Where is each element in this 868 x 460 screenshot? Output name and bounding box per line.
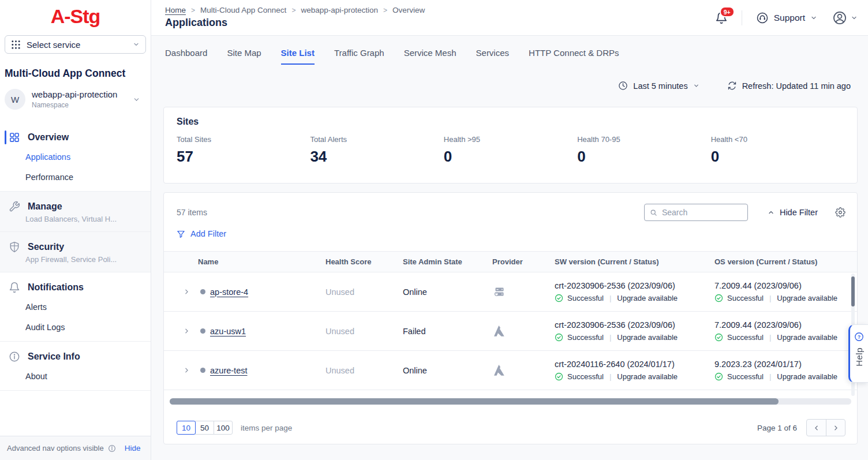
tab-traffic-graph[interactable]: Traffic Graph (334, 48, 384, 65)
hide-advanced-nav-link[interactable]: Hide (125, 444, 141, 452)
column-header-health-score[interactable]: Health Score (326, 257, 403, 266)
sw-version-cell: crt-20230906-2536 (2023/09/06) Successfu… (555, 281, 714, 302)
row-expander[interactable] (164, 288, 198, 296)
tab-http-connect-drps[interactable]: HTTP Connect & DRPs (529, 48, 619, 65)
table-settings-button[interactable] (835, 207, 845, 218)
stat-label: Health <70 (711, 135, 844, 144)
sidebar-item-about[interactable]: About (0, 372, 151, 381)
column-header-site-admin-state[interactable]: Site Admin State (403, 257, 492, 266)
vertical-scrollbar-thumb[interactable] (851, 276, 855, 306)
site-name-link[interactable]: azure-test (210, 366, 247, 375)
funnel-icon (177, 230, 185, 238)
page-nav (806, 419, 845, 436)
site-admin-state-cell: Online (403, 287, 492, 297)
page-size-50[interactable]: 50 (195, 421, 214, 435)
sidebar: A-Stg Select service Multi-Cloud App Con… (0, 0, 151, 460)
next-page-button[interactable] (826, 420, 845, 436)
sw-version-cell: crt-20240116-2640 (2024/01/17) Successfu… (555, 360, 714, 381)
success-check-icon (555, 294, 563, 302)
sidebar-item-audit-logs[interactable]: Audit Logs (0, 323, 151, 332)
clock-icon (618, 81, 628, 91)
chevron-left-icon (813, 424, 820, 432)
user-account-menu[interactable] (832, 10, 858, 25)
namespace-avatar: W (5, 89, 25, 110)
table-row[interactable]: ap-store-4 Unused Online crt-20230906-25… (164, 272, 857, 312)
time-range-selector[interactable]: Last 5 minutes (618, 81, 699, 91)
status-separator: | (769, 372, 771, 381)
site-admin-state-cell: Failed (403, 327, 492, 336)
os-upgrade-note: Upgrade available (777, 333, 837, 342)
sidebar-item-performance[interactable]: Performance (0, 173, 151, 182)
table-body: ap-store-4 Unused Online crt-20230906-25… (164, 272, 857, 390)
tenant-logo: A-Stg (0, 0, 151, 28)
tab-site-list[interactable]: Site List (281, 48, 315, 65)
column-header-name[interactable]: Name (198, 257, 326, 266)
previous-page-button[interactable] (807, 420, 826, 436)
chevron-right-icon (832, 424, 840, 432)
breadcrumb-overview[interactable]: Overview (392, 6, 425, 14)
stat-value: 0 (711, 148, 844, 166)
os-status-label: Successful (727, 294, 764, 302)
os-version-cell: 9.2023.23 (2024/01/17) Successful | Upgr… (714, 360, 857, 381)
stat-label: Health >95 (444, 135, 577, 144)
hide-filter-button[interactable]: Hide Filter (768, 208, 818, 217)
search-input[interactable] (662, 208, 742, 217)
sidebar-item-service-info[interactable]: Service Info (0, 351, 151, 362)
notifications-label: Notifications (28, 282, 84, 293)
breadcrumb-home[interactable]: Home (165, 6, 186, 14)
row-expander[interactable] (164, 327, 198, 335)
select-service-dropdown[interactable]: Select service (5, 35, 146, 54)
support-menu[interactable]: Support (756, 12, 817, 24)
stat-health-70-95: Health 70-95 0 (577, 135, 710, 166)
site-status-dot (200, 289, 205, 294)
sidebar-item-alerts[interactable]: Alerts (0, 302, 151, 312)
tab-services[interactable]: Services (476, 48, 510, 65)
provider-cell (492, 324, 555, 338)
sidebar-nav: Overview Applications Performance Manage… (0, 122, 151, 391)
table-header-row: Name Health Score Site Admin State Provi… (164, 251, 857, 272)
site-name-link[interactable]: azu-usw1 (210, 327, 246, 336)
table-row[interactable]: azu-usw1 Unused Failed crt-20230906-2536… (164, 312, 857, 351)
search-box (644, 204, 748, 221)
tab-site-map[interactable]: Site Map (227, 48, 261, 65)
sidebar-item-notifications[interactable]: Notifications (0, 282, 151, 293)
health-score-cell: Unused (326, 366, 403, 375)
nav-section-overview: Overview Applications Performance (0, 122, 151, 192)
namespace-selector[interactable]: W webapp-api-protection Namespace (5, 89, 146, 110)
table-row[interactable]: azure-test Unused Online crt-20240116-26… (164, 351, 857, 390)
breadcrumb-separator: > (291, 6, 295, 14)
sw-status-label: Successful (567, 294, 604, 302)
refresh-button[interactable]: Refresh: Updated 11 min ago (727, 81, 851, 91)
stat-value: 0 (444, 148, 577, 166)
row-expander[interactable] (164, 366, 198, 374)
column-header-sw-version[interactable]: SW version (Current / Status) (555, 257, 714, 266)
top-header: Home > Multi-Cloud App Connect > webapp-… (151, 0, 868, 36)
sites-card-title: Sites (177, 117, 844, 127)
chevron-down-icon (133, 96, 140, 103)
page-size-100[interactable]: 100 (214, 421, 233, 435)
page-size-10[interactable]: 10 (177, 421, 196, 435)
sidebar-item-overview[interactable]: Overview (0, 132, 151, 143)
notifications-bell-button[interactable]: 9+ (715, 12, 728, 24)
sidebar-item-manage[interactable]: Manage (0, 201, 151, 212)
provider-cell (492, 285, 555, 299)
manage-label: Manage (28, 201, 62, 212)
support-label: Support (774, 13, 805, 23)
column-header-provider[interactable]: Provider (492, 257, 555, 266)
add-filter-button[interactable]: Add Filter (177, 229, 226, 238)
tab-dashboard[interactable]: Dashboard (165, 48, 207, 65)
horizontal-scrollbar-track[interactable] (170, 398, 851, 405)
tab-service-mesh[interactable]: Service Mesh (404, 48, 457, 65)
site-name-link[interactable]: ap-store-4 (210, 287, 248, 297)
sidebar-item-security[interactable]: Security (0, 241, 151, 253)
breadcrumb-namespace[interactable]: webapp-api-protection (301, 6, 378, 14)
breadcrumb-service[interactable]: Multi-Cloud App Connect (200, 6, 286, 14)
help-tab[interactable]: ? Help (848, 324, 868, 383)
sidebar-item-applications[interactable]: Applications (0, 152, 151, 162)
service-title: Multi-Cloud App Connect (5, 68, 146, 80)
column-header-os-version[interactable]: OS version (Current / Status) (714, 257, 857, 266)
stat-value: 57 (177, 148, 310, 166)
site-list-card: 57 items Hide Filter Add Filter Name Hea… (163, 192, 858, 444)
status-separator: | (609, 372, 611, 381)
horizontal-scrollbar-thumb[interactable] (170, 398, 779, 405)
